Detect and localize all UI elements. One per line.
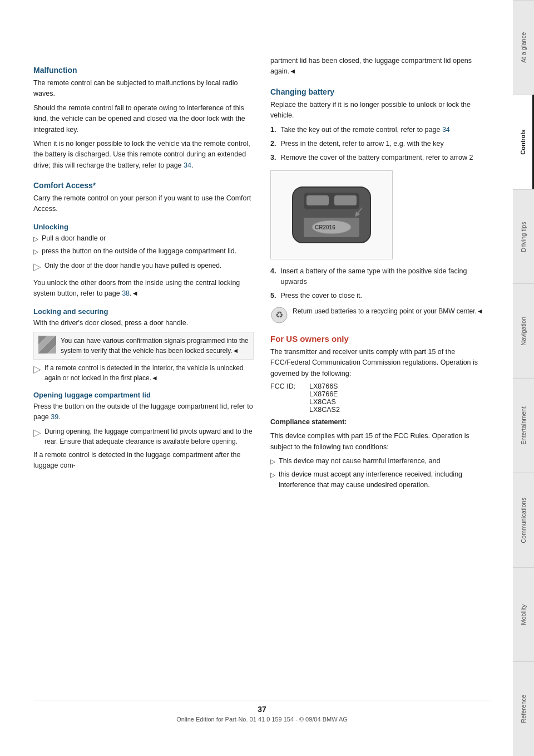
battery-step-4: 4. Insert a battery of the same type wit… [270,266,491,288]
page-footer: 37 Online Edition for Part-No. 01 41 0 1… [33,700,491,723]
right-column: partment lid has been closed, the luggag… [270,56,491,683]
battery-step-1: 1. Take the key out of the remote contro… [270,125,491,135]
step-num-5: 5. [270,291,276,301]
battery-link-34[interactable]: 34 [442,126,450,134]
left-column: Malfunction The remote control can be su… [33,56,254,683]
malfunction-para2: Should the remote control fail to operat… [33,103,254,135]
malfunction-link-34[interactable]: 34 [184,161,191,169]
unlocking-section: Unlocking ▷ Pull a door handle or ▷ pres… [33,223,254,300]
main-content: Malfunction The remote control can be su… [0,0,513,756]
step-num-4: 4. [270,266,276,288]
locking-note1-box: You can have various confirmation signal… [33,332,254,360]
us-owners-para1: The transmitter and receiver units compl… [270,347,491,379]
unlocking-note-box: ▷ Only the door of the door handle you h… [33,261,254,274]
fcc-id-label: FCC ID: [270,382,309,414]
locking-note2: If a remote control is detected in the i… [44,363,254,383]
signal-icon [38,336,56,354]
comfort-access-section: Comfort Access* Carry the remote control… [33,181,254,215]
unlocking-bullet1: ▷ Pull a door handle or [33,233,254,244]
malfunction-title: Malfunction [33,66,254,75]
svg-rect-3 [334,195,357,205]
locking-title: Locking and securing [33,307,254,316]
fcc-id-2: LX8766E [309,390,340,398]
sidebar-tab-communications[interactable]: Communications [513,473,534,567]
changing-battery-para: Replace the battery if it is no longer p… [270,100,491,121]
fcc-row: FCC ID: LX8766S LX8766E LX8CAS LX8CAS2 [270,382,491,414]
changing-battery-title: Changing battery [270,87,491,96]
fcc-id-3: LX8CAS [309,398,340,406]
step-num-2: 2. [270,139,276,149]
svg-text:CR2016: CR2016 [315,224,335,230]
locking-para: With the driver's door closed, press a d… [33,318,254,328]
step-num-1: 1. [270,125,276,135]
opening-luggage-title: Opening luggage compartment lid [33,391,254,399]
footer-copyright: Online Edition for Part-No. 01 41 0 159 … [176,716,348,723]
condition-arrow-2: ▷ [270,470,275,480]
locking-note1: You can have various confirmation signal… [61,336,249,356]
changing-battery-section: Changing battery Replace the battery if … [270,87,491,324]
luggage-note: During opening, the luggage compartment … [44,426,254,446]
bullet-arrow-icon2: ▷ [33,247,38,257]
recycle-note-text: Return used batteries to a recycling poi… [293,306,483,316]
comfort-access-para: Carry the remote control on your person … [33,193,254,215]
unlocking-link-38[interactable]: 38 [122,289,130,297]
fcc-id-1: LX8766S [309,382,340,390]
opening-luggage-para: Press the button on the outside of the l… [33,401,254,423]
opening-luggage-section: Opening luggage compartment lid Press th… [33,391,254,472]
sidebar-tab-entertainment[interactable]: Entertainment [513,378,534,473]
compliance-title: Compliance statement: [270,417,491,428]
sidebar-tabs: At a glance Controls Driving tips Naviga… [513,0,534,756]
battery-steps-1-3: 1. Take the key out of the remote contro… [270,125,491,164]
continued-text: partment lid has been closed, the luggag… [270,56,491,77]
compliance-para: This device complies with part 15 of the… [270,431,491,453]
sidebar-tab-driving-tips[interactable]: Driving tips [513,189,534,284]
battery-step-2: 2. Press in the detent, refer to arrow 1… [270,139,491,149]
unlocking-bullet2: ▷ press the button on the outside of the… [33,246,254,257]
battery-step-5: 5. Press the cover to close it. [270,291,491,301]
comfort-access-title: Comfort Access* [33,181,254,190]
sidebar-tab-mobility[interactable]: Mobility [513,567,534,662]
unlocking-title: Unlocking [33,223,254,231]
fcc-values: LX8766S LX8766E LX8CAS LX8CAS2 [309,382,340,414]
luggage-note-box: ▷ During opening, the luggage compartmen… [33,426,254,446]
sidebar-tab-at-a-glance[interactable]: At a glance [513,0,534,95]
condition-2: ▷ this device must accept any interferen… [270,469,491,491]
sidebar-tab-navigation[interactable]: Navigation [513,283,534,378]
battery-step-3: 3. Remove the cover of the battery compa… [270,153,491,163]
page-number: 37 [33,705,491,714]
condition-arrow-1: ▷ [270,456,275,467]
condition-1: ▷ This device may not cause harmful inte… [270,456,491,467]
step-num-3: 3. [270,153,276,163]
malfunction-para3: When it is no longer possible to lock th… [33,139,254,171]
sidebar-tab-controls[interactable]: Controls [513,95,534,189]
opening-luggage-link-39[interactable]: 39 [51,413,58,421]
battery-steps-4-5: 4. Insert a battery of the same type wit… [270,266,491,302]
battery-image: CR2016 2 [270,170,393,259]
malfunction-section: Malfunction The remote control can be su… [33,66,254,171]
malfunction-para1: The remote control can be subjected to m… [33,78,254,100]
fcc-id-4: LX8CAS2 [309,406,340,414]
triangle-note2-icon: ▷ [33,362,41,377]
us-owners-title: For US owners only [270,334,491,343]
bullet-arrow-icon: ▷ [33,234,38,244]
opening-luggage-para2: If a remote control is detected in the l… [33,450,254,472]
two-column-layout: Malfunction The remote control can be su… [33,56,491,683]
svg-text:2: 2 [365,200,369,208]
recycle-note-box: ♻ Return used batteries to a recycling p… [270,306,491,324]
unlocking-para1: You unlock the other doors from the insi… [33,278,254,300]
recycle-icon-svg: ♻ [270,306,288,324]
page-wrapper: Malfunction The remote control can be su… [0,0,534,756]
locking-section: Locking and securing With the driver's d… [33,307,254,383]
battery-diagram-svg: CR2016 2 [276,176,387,254]
triangle-note-icon: ▷ [33,259,41,274]
triangle-luggage-icon: ▷ [33,425,41,440]
svg-rect-2 [306,195,329,205]
us-owners-section: For US owners only The transmitter and r… [270,334,491,491]
sidebar-tab-reference[interactable]: Reference [513,661,534,756]
locking-note2-box: ▷ If a remote control is detected in the… [33,363,254,383]
fcc-table: FCC ID: LX8766S LX8766E LX8CAS LX8CAS2 [270,382,491,414]
svg-text:♻: ♻ [275,310,283,320]
